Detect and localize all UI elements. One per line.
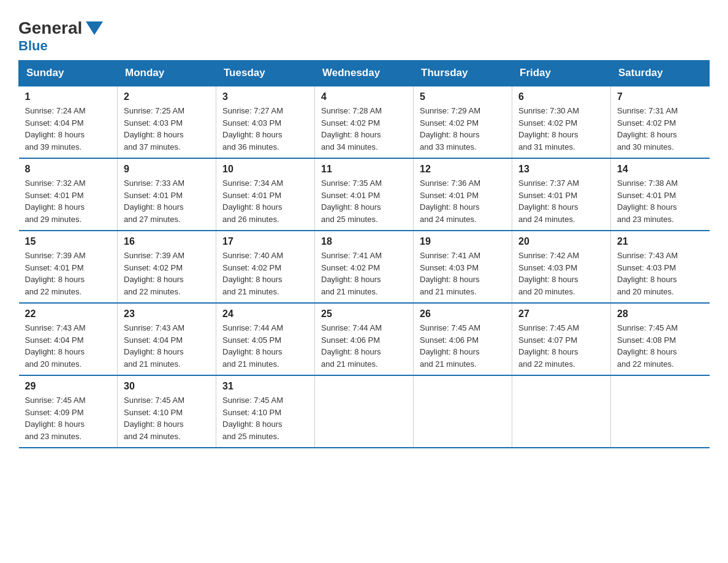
- calendar-day-cell: 17 Sunrise: 7:40 AM Sunset: 4:02 PM Dayl…: [216, 231, 315, 303]
- day-number: 7: [617, 91, 703, 102]
- calendar-day-cell: 21 Sunrise: 7:43 AM Sunset: 4:03 PM Dayl…: [611, 231, 710, 303]
- day-number: 28: [617, 308, 703, 320]
- calendar-day-cell: 14 Sunrise: 7:38 AM Sunset: 4:01 PM Dayl…: [611, 158, 710, 231]
- weekday-header-friday: Friday: [512, 61, 611, 86]
- day-number: 5: [420, 91, 506, 102]
- day-info: Sunrise: 7:43 AM Sunset: 4:04 PM Dayligh…: [25, 322, 112, 370]
- calendar-day-cell: 29 Sunrise: 7:45 AM Sunset: 4:09 PM Dayl…: [19, 375, 118, 448]
- day-number: 23: [124, 308, 210, 320]
- day-info: Sunrise: 7:31 AM Sunset: 4:02 PM Dayligh…: [617, 105, 703, 153]
- page-header: General Blue: [18, 12, 710, 54]
- day-number: 19: [420, 236, 506, 247]
- day-number: 15: [25, 236, 112, 247]
- calendar-day-cell: 11 Sunrise: 7:35 AM Sunset: 4:01 PM Dayl…: [315, 158, 414, 231]
- logo: General Blue: [18, 12, 103, 54]
- calendar-day-cell: 13 Sunrise: 7:37 AM Sunset: 4:01 PM Dayl…: [512, 158, 611, 231]
- day-info: Sunrise: 7:29 AM Sunset: 4:02 PM Dayligh…: [420, 105, 506, 153]
- day-info: Sunrise: 7:43 AM Sunset: 4:03 PM Dayligh…: [617, 250, 703, 297]
- day-number: 21: [617, 236, 703, 247]
- day-number: 9: [124, 164, 210, 175]
- weekday-header-monday: Monday: [118, 61, 216, 86]
- day-info: Sunrise: 7:45 AM Sunset: 4:10 PM Dayligh…: [124, 394, 210, 442]
- calendar-day-cell: 22 Sunrise: 7:43 AM Sunset: 4:04 PM Dayl…: [19, 303, 118, 375]
- day-info: Sunrise: 7:38 AM Sunset: 4:01 PM Dayligh…: [617, 177, 703, 225]
- day-info: Sunrise: 7:43 AM Sunset: 4:04 PM Dayligh…: [124, 322, 210, 370]
- calendar-day-cell: 31 Sunrise: 7:45 AM Sunset: 4:10 PM Dayl…: [216, 375, 315, 448]
- calendar-day-cell: 24 Sunrise: 7:44 AM Sunset: 4:05 PM Dayl…: [216, 303, 315, 375]
- day-info: Sunrise: 7:28 AM Sunset: 4:02 PM Dayligh…: [321, 105, 407, 153]
- day-info: Sunrise: 7:44 AM Sunset: 4:05 PM Dayligh…: [222, 322, 308, 370]
- calendar-day-cell: 8 Sunrise: 7:32 AM Sunset: 4:01 PM Dayli…: [19, 158, 118, 231]
- day-info: Sunrise: 7:45 AM Sunset: 4:08 PM Dayligh…: [617, 322, 703, 370]
- calendar-day-cell: 7 Sunrise: 7:31 AM Sunset: 4:02 PM Dayli…: [611, 86, 710, 158]
- day-info: Sunrise: 7:41 AM Sunset: 4:02 PM Dayligh…: [321, 250, 407, 297]
- day-number: 16: [124, 236, 210, 247]
- day-info: Sunrise: 7:39 AM Sunset: 4:02 PM Dayligh…: [124, 250, 210, 297]
- day-number: 29: [25, 381, 112, 392]
- day-number: 12: [420, 164, 506, 175]
- day-number: 22: [25, 308, 112, 320]
- day-info: Sunrise: 7:41 AM Sunset: 4:03 PM Dayligh…: [420, 250, 506, 297]
- calendar-week-row: 8 Sunrise: 7:32 AM Sunset: 4:01 PM Dayli…: [19, 158, 710, 231]
- calendar-day-cell: 18 Sunrise: 7:41 AM Sunset: 4:02 PM Dayl…: [315, 231, 414, 303]
- day-info: Sunrise: 7:37 AM Sunset: 4:01 PM Dayligh…: [518, 177, 604, 225]
- calendar-day-cell: 26 Sunrise: 7:45 AM Sunset: 4:06 PM Dayl…: [414, 303, 512, 375]
- calendar-day-cell: 12 Sunrise: 7:36 AM Sunset: 4:01 PM Dayl…: [414, 158, 512, 231]
- day-number: 4: [321, 91, 407, 102]
- day-number: 24: [222, 308, 308, 320]
- day-number: 18: [321, 236, 407, 247]
- day-number: 31: [222, 381, 308, 392]
- calendar-day-cell: 27 Sunrise: 7:45 AM Sunset: 4:07 PM Dayl…: [512, 303, 611, 375]
- day-info: Sunrise: 7:39 AM Sunset: 4:01 PM Dayligh…: [25, 250, 112, 297]
- calendar-day-cell: 15 Sunrise: 7:39 AM Sunset: 4:01 PM Dayl…: [19, 231, 118, 303]
- logo-blue-text: Blue: [18, 38, 48, 54]
- day-info: Sunrise: 7:25 AM Sunset: 4:03 PM Dayligh…: [124, 105, 210, 153]
- calendar-day-cell: [611, 375, 710, 448]
- calendar-table: SundayMondayTuesdayWednesdayThursdayFrid…: [18, 60, 710, 448]
- day-number: 11: [321, 164, 407, 175]
- day-number: 6: [518, 91, 604, 102]
- svg-marker-0: [86, 21, 103, 35]
- day-info: Sunrise: 7:33 AM Sunset: 4:01 PM Dayligh…: [124, 177, 210, 225]
- calendar-day-cell: 19 Sunrise: 7:41 AM Sunset: 4:03 PM Dayl…: [414, 231, 512, 303]
- day-info: Sunrise: 7:45 AM Sunset: 4:06 PM Dayligh…: [420, 322, 506, 370]
- day-info: Sunrise: 7:45 AM Sunset: 4:09 PM Dayligh…: [25, 394, 112, 442]
- calendar-week-row: 22 Sunrise: 7:43 AM Sunset: 4:04 PM Dayl…: [19, 303, 710, 375]
- day-number: 27: [518, 308, 604, 320]
- day-number: 14: [617, 164, 703, 175]
- weekday-header-thursday: Thursday: [414, 61, 512, 86]
- day-info: Sunrise: 7:36 AM Sunset: 4:01 PM Dayligh…: [420, 177, 506, 225]
- calendar-day-cell: 10 Sunrise: 7:34 AM Sunset: 4:01 PM Dayl…: [216, 158, 315, 231]
- calendar-day-cell: [315, 375, 414, 448]
- weekday-header-saturday: Saturday: [611, 61, 710, 86]
- day-info: Sunrise: 7:44 AM Sunset: 4:06 PM Dayligh…: [321, 322, 407, 370]
- calendar-week-row: 29 Sunrise: 7:45 AM Sunset: 4:09 PM Dayl…: [19, 375, 710, 448]
- calendar-day-cell: 4 Sunrise: 7:28 AM Sunset: 4:02 PM Dayli…: [315, 86, 414, 158]
- calendar-day-cell: [512, 375, 611, 448]
- calendar-day-cell: 16 Sunrise: 7:39 AM Sunset: 4:02 PM Dayl…: [118, 231, 216, 303]
- day-info: Sunrise: 7:27 AM Sunset: 4:03 PM Dayligh…: [222, 105, 308, 153]
- day-info: Sunrise: 7:40 AM Sunset: 4:02 PM Dayligh…: [222, 250, 308, 297]
- calendar-day-cell: [414, 375, 512, 448]
- day-info: Sunrise: 7:34 AM Sunset: 4:01 PM Dayligh…: [222, 177, 308, 225]
- weekday-header-row: SundayMondayTuesdayWednesdayThursdayFrid…: [19, 61, 710, 86]
- weekday-header-sunday: Sunday: [19, 61, 118, 86]
- calendar-day-cell: 23 Sunrise: 7:43 AM Sunset: 4:04 PM Dayl…: [118, 303, 216, 375]
- day-number: 3: [222, 91, 308, 102]
- day-number: 2: [124, 91, 210, 102]
- calendar-day-cell: 30 Sunrise: 7:45 AM Sunset: 4:10 PM Dayl…: [118, 375, 216, 448]
- day-number: 30: [124, 381, 210, 392]
- day-number: 26: [420, 308, 506, 320]
- weekday-header-wednesday: Wednesday: [315, 61, 414, 86]
- day-number: 10: [222, 164, 308, 175]
- day-info: Sunrise: 7:35 AM Sunset: 4:01 PM Dayligh…: [321, 177, 407, 225]
- day-number: 17: [222, 236, 308, 247]
- calendar-day-cell: 6 Sunrise: 7:30 AM Sunset: 4:02 PM Dayli…: [512, 86, 611, 158]
- day-number: 13: [518, 164, 604, 175]
- calendar-day-cell: 2 Sunrise: 7:25 AM Sunset: 4:03 PM Dayli…: [118, 86, 216, 158]
- day-info: Sunrise: 7:45 AM Sunset: 4:10 PM Dayligh…: [222, 394, 308, 442]
- logo-triangle-icon: [86, 21, 103, 35]
- day-number: 25: [321, 308, 407, 320]
- day-number: 8: [25, 164, 112, 175]
- day-info: Sunrise: 7:45 AM Sunset: 4:07 PM Dayligh…: [518, 322, 604, 370]
